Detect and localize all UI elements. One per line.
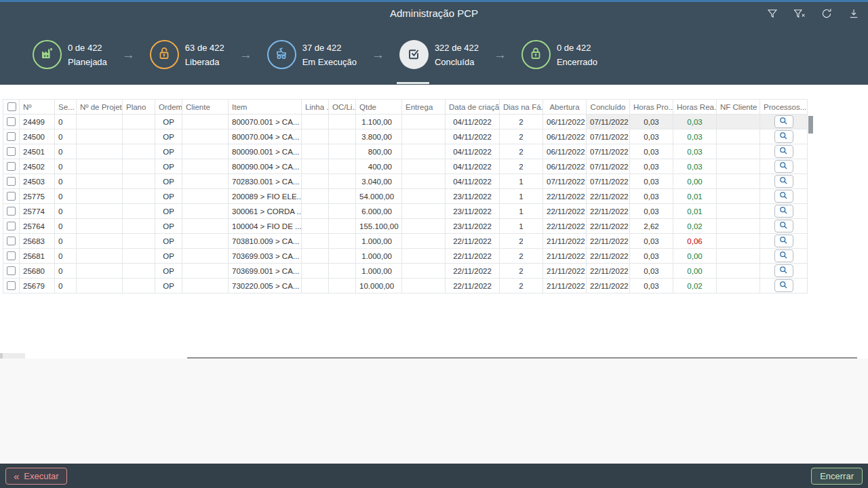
row-checkbox[interactable] xyxy=(7,222,16,230)
stage-liberada[interactable]: 63 de 422 Liberada xyxy=(150,24,224,85)
cell-criacao: 04/11/2022 xyxy=(446,129,500,144)
table-row[interactable]: 244990OP800070.001 > CA...1.100,0004/11/… xyxy=(3,115,808,129)
stage-em-execucao[interactable]: 37 de 422 Em Execução xyxy=(267,24,357,85)
cell-linha xyxy=(302,189,329,204)
download-icon[interactable] xyxy=(845,5,863,22)
table-row[interactable]: 257740OP300061 > CORDA ...6.000,0023/11/… xyxy=(3,204,808,219)
stage-count: 37 de 422 xyxy=(302,41,357,55)
clear-filter-icon[interactable] xyxy=(791,5,808,22)
table-row[interactable]: 257750OP200089 > FIO ELE...54.000,0023/1… xyxy=(3,189,808,204)
process-search-button[interactable] xyxy=(774,145,793,158)
cell-abertura: 06/11/2022 xyxy=(543,129,587,144)
column-header-se[interactable]: Se... xyxy=(55,100,77,115)
cell-concluido: 07/11/2022 xyxy=(587,144,630,159)
cell-abertura: 21/11/2022 xyxy=(543,279,587,293)
cell-nf xyxy=(717,264,760,279)
column-header-oc[interactable]: OC/Li... xyxy=(329,100,356,115)
row-checkbox[interactable] xyxy=(7,281,16,290)
cell-horas_rea: 0,01 xyxy=(673,204,717,219)
cell-abertura: 06/11/2022 xyxy=(543,115,587,129)
cell-cliente xyxy=(182,234,229,249)
magnifier-icon xyxy=(779,176,788,187)
column-header-n[interactable]: Nº xyxy=(20,100,55,115)
cell-qtde: 800,00 xyxy=(356,144,402,159)
cell-item: 703699.003 > CA... xyxy=(229,249,302,264)
column-header-linha[interactable]: Linha ... xyxy=(302,100,329,115)
row-checkbox[interactable] xyxy=(7,177,16,186)
column-header-projeto[interactable]: Nº de Projeto xyxy=(77,100,123,115)
cell-horas_pro: 0,03 xyxy=(630,189,673,204)
row-checkbox[interactable] xyxy=(7,251,16,260)
column-header-criacao[interactable]: Data de criação xyxy=(446,100,500,115)
process-search-button[interactable] xyxy=(774,175,793,188)
stage-planejada[interactable]: 0 de 422 Planejada xyxy=(33,24,107,85)
stage-label: Encerrado xyxy=(557,55,597,69)
table-row[interactable]: 256830OP703810.009 > CA...1.000,0022/11/… xyxy=(3,234,808,249)
row-checkbox[interactable] xyxy=(7,192,16,201)
column-header-dias[interactable]: Dias na Fá... xyxy=(500,100,543,115)
cell-horas_pro: 0,03 xyxy=(630,174,673,189)
table-row[interactable]: 256800OP703699.001 > CA...1.000,0022/11/… xyxy=(3,264,808,279)
process-search-button[interactable] xyxy=(774,235,793,247)
magnifier-icon xyxy=(779,131,788,142)
column-header-horas_rea[interactable]: Horas Rea... xyxy=(673,100,717,115)
filter-icon[interactable] xyxy=(764,5,781,22)
column-header-processos[interactable]: Processos... xyxy=(760,100,808,115)
vertical-scrollbar-thumb[interactable] xyxy=(808,116,813,134)
table-row[interactable]: 245010OP800090.001 > CA...800,0004/11/20… xyxy=(3,144,808,159)
stage-concluida[interactable]: 322 de 422 Concluída xyxy=(399,24,479,85)
column-header-qtde[interactable]: Qtde xyxy=(356,100,402,115)
cell-abertura: 21/11/2022 xyxy=(543,234,587,249)
row-checkbox[interactable] xyxy=(7,147,16,156)
table-row[interactable]: 256810OP703699.003 > CA...1.000,0022/11/… xyxy=(3,249,808,264)
cell-oc xyxy=(329,279,356,293)
row-checkbox[interactable] xyxy=(7,207,16,216)
cell-item: 703699.001 > CA... xyxy=(229,264,302,279)
column-header-entrega[interactable]: Entrega xyxy=(402,100,446,115)
stage-encerrado[interactable]: 0 de 422 Encerrado xyxy=(521,24,597,85)
table-row[interactable]: 245020OP800090.004 > CA...400,0004/11/20… xyxy=(3,159,808,174)
process-search-button[interactable] xyxy=(774,130,793,143)
process-search-button[interactable] xyxy=(774,249,793,262)
process-search-button[interactable] xyxy=(774,160,793,173)
cell-nf xyxy=(717,249,760,264)
cell-plano xyxy=(123,279,155,293)
select-all-checkbox[interactable] xyxy=(7,102,16,111)
column-header-nf[interactable]: NF Cliente xyxy=(717,100,760,115)
column-header-abertura[interactable]: Abertura xyxy=(543,100,587,115)
process-search-button[interactable] xyxy=(774,264,793,277)
process-search-button[interactable] xyxy=(774,220,793,232)
cell-horas_pro: 2,62 xyxy=(630,219,673,234)
stage-arrow-icon: → xyxy=(122,47,135,62)
column-header-concluido[interactable]: Concluído xyxy=(587,100,630,115)
table-row[interactable]: 256790OP730220.005 > CA...10.000,0022/11… xyxy=(3,279,808,293)
table-row[interactable]: 257640OP100004 > FIO DE ...155.100,0023/… xyxy=(3,219,808,234)
row-checkbox[interactable] xyxy=(7,237,16,245)
column-header-item[interactable]: Item xyxy=(229,100,302,115)
row-checkbox[interactable] xyxy=(7,117,16,126)
table-row[interactable]: 245000OP800070.004 > CA...3.800,0004/11/… xyxy=(3,129,808,144)
column-header-plano[interactable]: Plano xyxy=(123,100,155,115)
encerrar-button[interactable]: Encerrar xyxy=(811,468,863,485)
cell-qtde: 400,00 xyxy=(356,159,402,174)
column-header-cliente[interactable]: Cliente xyxy=(182,100,229,115)
executar-button[interactable]: « Executar xyxy=(5,468,67,485)
process-search-button[interactable] xyxy=(774,190,793,203)
column-header-ordem[interactable]: Ordem xyxy=(155,100,182,115)
row-checkbox[interactable] xyxy=(7,266,16,275)
cell-se: 0 xyxy=(55,174,77,189)
row-checkbox[interactable] xyxy=(7,162,16,171)
table-header: NºSe...Nº de ProjetoPlanoOrdemClienteIte… xyxy=(3,100,808,115)
column-header-horas_pro[interactable]: Horas Pro... xyxy=(630,100,673,115)
process-search-button[interactable] xyxy=(774,279,793,292)
process-search-button[interactable] xyxy=(774,115,793,128)
cell-horas_pro: 0,03 xyxy=(630,264,673,279)
cell-se: 0 xyxy=(55,234,77,249)
process-search-button[interactable] xyxy=(774,205,793,218)
row-checkbox[interactable] xyxy=(7,132,16,141)
cell-cliente xyxy=(182,219,229,234)
table-row[interactable]: 245030OP702830.001 > CA...3.040,0004/11/… xyxy=(3,174,808,189)
refresh-icon[interactable] xyxy=(818,5,835,22)
horizontal-scrollbar-thumb[interactable] xyxy=(0,353,25,359)
stage-label: Liberada xyxy=(185,55,224,69)
